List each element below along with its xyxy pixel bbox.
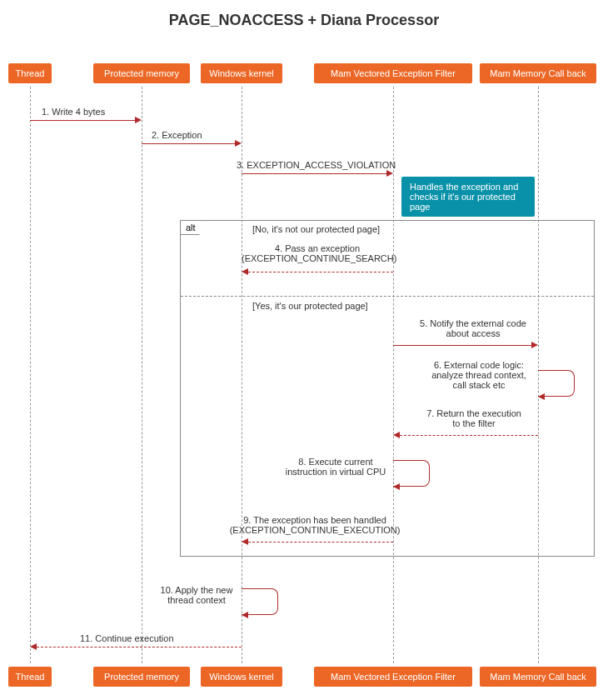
msg-5-arrow [393, 345, 531, 346]
msg-4-head [242, 268, 248, 275]
msg-5-head [531, 342, 538, 348]
participant-filter-top: Mam Vectored Exception Filter [314, 63, 472, 83]
msg-11-arrow [37, 647, 242, 648]
msg-10-label: 10. Apply the new thread context [147, 585, 247, 605]
participant-callback-top: Mam Memory Call back [480, 63, 596, 83]
participant-kernel-top: Windows kernel [201, 63, 282, 83]
msg-10-head [242, 612, 248, 618]
msg-3-label: 3. EXCEPTION_ACCESS_VIOLATION [237, 160, 396, 170]
msg-9-head [242, 538, 248, 545]
msg-3-arrow [242, 173, 386, 174]
lifeline-memory [142, 87, 142, 663]
note-text: Handles the exception and checks if it's… [410, 182, 518, 212]
msg-1-label: 1. Write 4 bytes [42, 107, 105, 117]
participant-memory-top: Protected memory [93, 63, 190, 83]
participant-thread-bottom: Thread [8, 667, 52, 687]
msg-7-label: 7. Return the execution to the filter [411, 408, 536, 428]
msg-1-arrow [30, 120, 135, 121]
msg-4-label: 4. Pass an exception (EXCEPTION_CONTINUE… [242, 243, 393, 263]
participant-filter-bottom: Mam Vectored Exception Filter [314, 667, 472, 687]
msg-2-label: 2. Exception [152, 130, 202, 140]
msg-7-arrow [400, 435, 538, 436]
participant-callback-bottom: Mam Memory Call back [480, 667, 596, 687]
alt-cond-yes: [Yes, it's our protected page] [252, 301, 368, 311]
msg-7-head [393, 432, 400, 438]
note-handle-exception: Handles the exception and checks if it's… [401, 177, 535, 217]
msg-6-head [538, 393, 545, 400]
msg-8-label: 8. Execute current instruction in virtua… [273, 457, 398, 477]
msg-2-head [235, 140, 242, 147]
msg-4-arrow [248, 272, 393, 272]
msg-9-arrow [248, 542, 393, 542]
diagram-title: PAGE_NOACCESS + Diana Processor [0, 0, 608, 38]
participant-memory-bottom: Protected memory [93, 667, 190, 687]
participant-thread-top: Thread [8, 63, 52, 83]
participant-kernel-bottom: Windows kernel [201, 667, 282, 687]
msg-3-head [386, 170, 393, 177]
msg-11-head [30, 643, 37, 650]
lifeline-thread [30, 87, 31, 663]
alt-cond-no: [No, it's not our protected page] [252, 224, 380, 234]
alt-divider [181, 296, 594, 297]
msg-2-arrow [142, 143, 235, 144]
msg-8-head [393, 483, 400, 490]
msg-9-label: 9. The exception has been handled (EXCEP… [223, 515, 406, 535]
alt-tab: alt [180, 220, 203, 235]
msg-6-label: 6. External code logic: analyze thread c… [416, 360, 541, 390]
sequence-diagram: PAGE_NOACCESS + Diana Processor Thread P… [0, 0, 608, 700]
msg-1-head [135, 117, 142, 123]
msg-11-label: 11. Continue execution [80, 633, 174, 643]
msg-5-label: 5. Notify the external code about access [406, 318, 540, 338]
